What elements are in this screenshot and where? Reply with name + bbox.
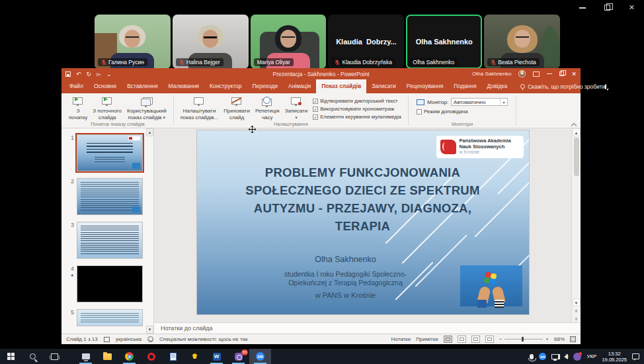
slide-title[interactable]: PROBLEMY FUNKCJONOWANIA SPOŁECZNEGO DZIE… — [213, 163, 513, 235]
video-tile-halina-bejger[interactable]: Halina Bejger — [173, 15, 249, 69]
zoom-level[interactable]: 68% — [554, 336, 565, 342]
tab-view[interactable]: Подання — [448, 79, 481, 93]
checkbox-use-timings[interactable]: ✓ Використовувати хронометраж — [313, 106, 401, 112]
thumbnail-slide-1[interactable]: 1 — [65, 134, 144, 171]
taskbar-opera[interactable] — [140, 349, 162, 364]
task-view-button[interactable] — [44, 349, 65, 364]
taskbar-this-pc[interactable] — [75, 349, 97, 364]
from-current-slide-button[interactable]: З поточного слайда — [90, 95, 124, 121]
tab-review[interactable]: Рецензування — [401, 79, 448, 93]
setup-slideshow-button[interactable]: Налаштувати показ слайдів... — [178, 95, 221, 121]
ppt-restore-icon[interactable] — [559, 71, 564, 76]
slide-editing-area[interactable]: Państwowa Akademia Nauk Stosowanych w Kr… — [154, 128, 571, 322]
taskbar-avg[interactable] — [184, 349, 206, 364]
scroll-up-icon[interactable]: ▲ — [146, 128, 153, 136]
checkbox-icon[interactable]: ✓ — [313, 99, 318, 104]
taskbar-document-app[interactable] — [162, 349, 184, 364]
slide-1[interactable]: Państwowa Akademia Nauk Stosowanych w Kr… — [197, 130, 529, 314]
clock[interactable]: 13:32 19.05.2025 — [602, 351, 627, 363]
undo-icon[interactable]: ↶ — [76, 71, 81, 77]
scroll-down-icon[interactable]: ▼ — [146, 326, 153, 334]
taskbar-file-explorer[interactable] — [97, 349, 118, 364]
checkbox-icon[interactable] — [417, 109, 422, 114]
start-slideshow-icon[interactable]: ▻ — [97, 71, 101, 77]
video-tile-beata-piechota[interactable]: Beata Piechota — [484, 15, 560, 69]
collapse-ribbon-icon[interactable] — [571, 122, 577, 126]
from-beginning-button[interactable]: З початку — [66, 95, 90, 121]
checkbox-media-controls[interactable]: ✓ Елементи керування мультимедіа — [313, 114, 401, 120]
zoom-tray-icon[interactable]: zm — [539, 353, 546, 360]
language-indicator[interactable]: українська — [116, 336, 141, 342]
thumbnail-slide-5[interactable]: 5 — [65, 309, 144, 326]
close-icon[interactable]: ✕ — [629, 3, 635, 12]
scroll-up-icon[interactable]: ▲ — [573, 128, 581, 136]
slide-scrollbar[interactable]: ▲ ▼ « » — [571, 128, 581, 322]
chevron-down-icon[interactable]: ▾ — [500, 99, 507, 105]
reading-view-icon[interactable] — [471, 336, 480, 343]
taskbar-chrome[interactable] — [118, 349, 140, 364]
search-button[interactable] — [22, 349, 44, 364]
video-tile-mariya-oliyar[interactable]: Mariya Oliyar — [251, 15, 327, 69]
zoom-slider[interactable]: − + — [499, 336, 549, 342]
ppt-minimize-icon[interactable] — [547, 73, 552, 74]
account-name[interactable]: Olha Sakhnenko — [472, 71, 511, 77]
ribbon-display-options-icon[interactable] — [533, 71, 540, 77]
scrollbar-thumb[interactable] — [574, 138, 579, 176]
checkbox-presenter-view[interactable]: Режим доповідача — [417, 109, 508, 114]
slide-thumbnail[interactable] — [77, 309, 143, 326]
language-switcher[interactable]: УКР — [586, 353, 596, 359]
checkbox-icon[interactable]: ✓ — [313, 107, 318, 112]
tab-help[interactable]: Довідка — [482, 79, 513, 93]
taskbar-zoom[interactable]: zm — [249, 349, 271, 364]
tab-design[interactable]: Конструктор — [204, 79, 247, 93]
ppt-titlebar[interactable]: ↶ ↻ ▻ ⌄ Prezentacja - Sakhnenko - PowerP… — [61, 68, 581, 79]
slide-thumbnail[interactable] — [77, 178, 143, 215]
rehearse-timings-button[interactable]: Репетиція часу — [253, 95, 282, 121]
speaker-icon[interactable] — [564, 354, 568, 359]
slideshow-view-icon[interactable] — [485, 336, 494, 343]
thumbnail-slide-4[interactable]: 4★ — [65, 265, 144, 302]
hide-slide-button[interactable]: Приховати слайд — [221, 95, 253, 121]
zoom-out-icon[interactable]: − — [499, 336, 503, 342]
tab-draw[interactable]: Малювання — [163, 79, 204, 93]
zoom-in-icon[interactable]: + — [545, 336, 549, 342]
tab-record[interactable]: Записати — [366, 79, 401, 93]
video-tile-olha-sakhnenko[interactable]: Olha Sakhnenko Olha Sakhnenko — [406, 15, 482, 69]
checkbox-play-narrations[interactable]: ✓ Відтворювати дикторський текст — [313, 98, 401, 104]
comments-icon[interactable] — [605, 84, 606, 89]
previous-slide-button[interactable]: « — [573, 306, 581, 314]
tab-home[interactable]: Основне — [89, 79, 122, 93]
normal-view-icon[interactable] — [444, 336, 452, 343]
tab-file[interactable]: Файл — [64, 79, 89, 93]
action-center-icon[interactable] — [632, 353, 639, 359]
customize-qat-icon[interactable]: ⌄ — [106, 71, 112, 77]
slide-subtitle[interactable]: Olha Sakhnenko studentka I roku Pedagogi… — [237, 255, 455, 300]
accessibility-status[interactable]: Спеціальні можливості: щось не так — [159, 336, 247, 342]
viber-tray-icon[interactable] — [573, 353, 581, 361]
tab-animations[interactable]: Анімація — [283, 79, 316, 93]
tab-transitions[interactable]: Переходи — [247, 79, 283, 93]
thumbnail-slide-3[interactable]: 3 — [65, 222, 144, 259]
slide-sorter-view-icon[interactable] — [458, 336, 466, 343]
save-icon[interactable] — [65, 71, 71, 77]
minimize-icon[interactable] — [579, 7, 586, 9]
custom-slideshow-button[interactable]: Користувацький показ слайдів — [124, 95, 169, 121]
video-tile-klaudia-dobrzynska[interactable]: Klaudia Dobrzy... Klaudia Dobrzyńska — [328, 15, 404, 69]
taskbar-viber[interactable]: 65 — [227, 349, 249, 364]
taskbar-word[interactable]: W — [206, 349, 227, 364]
thumbnail-slide-2[interactable]: 2 — [65, 178, 144, 215]
tab-insert[interactable]: Вставлення — [122, 79, 163, 93]
monitor-dropdown[interactable]: Автоматично ▾ — [451, 98, 508, 106]
next-slide-button[interactable]: » — [573, 314, 581, 322]
record-button[interactable]: Записати — [282, 95, 311, 121]
ppt-close-icon[interactable]: ✕ — [571, 71, 577, 77]
checkbox-icon[interactable]: ✓ — [313, 114, 318, 120]
comments-toggle-button[interactable]: Примітки — [416, 336, 438, 342]
microphone-icon[interactable] — [530, 354, 534, 359]
tell-me-search[interactable]: Скажіть, що потрібно зробити — [520, 79, 605, 93]
start-button[interactable] — [0, 349, 22, 364]
scroll-down-icon[interactable]: ▼ — [573, 298, 581, 306]
notes-toggle-button[interactable]: Нотатки — [391, 336, 411, 342]
slide-thumbnail[interactable] — [77, 265, 143, 302]
notes-pane[interactable]: Нотатки до слайда — [154, 322, 581, 334]
